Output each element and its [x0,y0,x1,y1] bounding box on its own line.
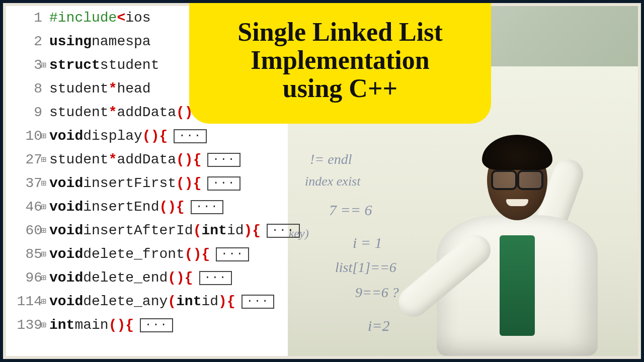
code-line[interactable]: 46⊞void insertEnd(){··· [6,195,288,219]
code-line[interactable]: 114⊞void delete_any(int id){··· [6,290,288,313]
code-content: student *head [45,77,151,101]
fold-ellipsis[interactable]: ··· [191,200,224,214]
whiteboard-writing: i = 1 [353,234,382,251]
whiteboard-writing: i=2 [368,317,390,334]
code-content: using namespa [45,30,151,53]
title-line-2: Implementation [251,46,429,74]
code-content: void delete_end(){··· [45,266,232,290]
fold-ellipsis[interactable]: ··· [216,247,249,261]
line-number: 2 [6,30,45,53]
code-content: void delete_front(){··· [45,242,249,266]
code-line[interactable]: 96⊞void delete_end(){··· [6,266,288,290]
code-line[interactable]: 139⊞int main(){··· [6,313,288,337]
line-number: 96⊞ [6,266,45,290]
code-content: void delete_any(int id){··· [45,290,274,313]
whiteboard-writing: 7 == 6 [329,202,372,219]
code-line[interactable]: 60⊞void insertAfterId(int id){··· [6,219,288,242]
title-line-3: using C++ [283,74,397,103]
fold-ellipsis[interactable]: ··· [199,271,232,285]
code-content: #include <ios [45,6,151,30]
code-line[interactable]: 10⊞void display(){··· [6,124,288,148]
fold-toggle-icon[interactable]: ⊞ [41,148,46,171]
whiteboard-writing: != endl [310,151,352,167]
line-number: 114⊞ [6,290,45,313]
fold-ellipsis[interactable]: ··· [140,318,173,332]
line-number: 1 [6,6,45,30]
fold-ellipsis[interactable]: ··· [207,176,240,191]
fold-ellipsis[interactable]: ··· [267,224,300,238]
line-number: 37⊞ [6,171,45,195]
instructor-figure [407,95,618,356]
code-content: struct student [45,53,159,77]
line-number: 85⊞ [6,242,45,266]
fold-toggle-icon[interactable]: ⊞ [41,266,46,290]
fold-toggle-icon[interactable]: ⊞ [41,290,46,313]
fold-toggle-icon[interactable]: ⊞ [41,195,46,219]
whiteboard-writing: list[1]==6 [335,259,396,276]
line-number: 3⊞ [6,53,45,77]
code-content: int main(){··· [45,313,173,337]
fold-ellipsis[interactable]: ··· [174,129,207,143]
thumbnail-frame: != endlindex exist7 == 6i = 1list[1]==69… [0,0,644,362]
line-number: 10⊞ [6,124,45,148]
title-banner: Single Linked List Implementation using … [189,3,491,124]
fold-toggle-icon[interactable]: ⊞ [41,313,46,337]
line-number: 9 [6,101,45,124]
fold-toggle-icon[interactable]: ⊞ [41,171,46,195]
code-content: void insertAfterId(int id){··· [45,219,300,242]
line-number: 46⊞ [6,195,45,219]
line-number: 139⊞ [6,313,45,337]
fold-toggle-icon[interactable]: ⊞ [41,219,46,242]
line-number: 60⊞ [6,219,45,242]
fold-toggle-icon[interactable]: ⊞ [41,124,46,148]
code-line[interactable]: 85⊞void delete_front(){··· [6,242,288,266]
line-number: 27⊞ [6,148,45,171]
code-line[interactable]: 27⊞student * addData(){··· [6,148,288,171]
code-content: student * addData() [45,101,193,124]
code-content: void insertFirst(){··· [45,171,240,195]
whiteboard-writing: index exist [305,174,360,189]
whiteboard-writing: 9==6 ? [355,285,399,301]
fold-ellipsis[interactable]: ··· [207,153,240,167]
fold-toggle-icon[interactable]: ⊞ [41,53,46,77]
code-line[interactable]: 37⊞void insertFirst(){··· [6,171,288,195]
code-content: void display(){··· [45,124,207,148]
title-line-1: Single Linked List [237,18,442,46]
fold-ellipsis[interactable]: ··· [242,295,275,309]
line-number: 8 [6,77,45,101]
code-content: student * addData(){··· [45,148,240,171]
fold-toggle-icon[interactable]: ⊞ [41,242,46,266]
code-content: void insertEnd(){··· [45,195,223,219]
